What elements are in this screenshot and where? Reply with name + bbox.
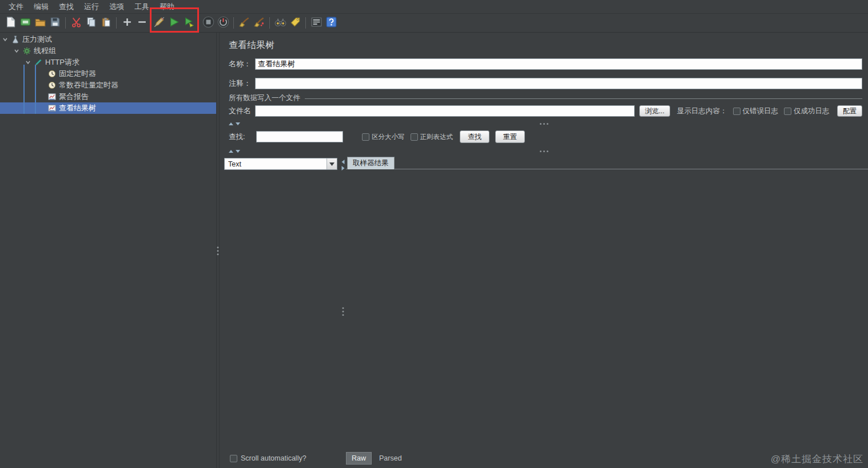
find-button[interactable]: 查找 <box>460 130 489 143</box>
tree-item-test-plan[interactable]: 压力测试 <box>0 34 216 45</box>
chevron-down-icon[interactable] <box>327 158 337 169</box>
watermark: @稀土掘金技术社区 <box>771 453 863 466</box>
new-file-icon <box>6 17 15 30</box>
function-helper-button[interactable] <box>288 15 302 31</box>
toolbar-separator <box>233 17 234 29</box>
reset-button[interactable]: 重置 <box>495 130 525 143</box>
menubar: 文件 编辑 查找 运行 选项 工具 帮助 <box>0 0 868 14</box>
new-file-button[interactable] <box>3 15 18 31</box>
open-button[interactable] <box>33 15 47 31</box>
tree-guide-line <box>35 65 36 114</box>
renderer-dropdown[interactable]: Text <box>224 158 337 170</box>
horizontal-splitter[interactable] <box>220 148 868 154</box>
shutdown-button[interactable] <box>216 15 230 31</box>
horizontal-splitter[interactable] <box>220 121 868 127</box>
tree-item-label: 聚合报告 <box>57 92 89 102</box>
regex-checkbox[interactable] <box>411 133 418 141</box>
search-label: 查找: <box>229 132 256 142</box>
viewer-splitter[interactable] <box>340 156 346 468</box>
tab-raw[interactable]: Raw <box>346 452 372 465</box>
expand-button[interactable] <box>120 15 134 31</box>
toolbar-separator <box>116 17 117 29</box>
tab-sampler-result[interactable]: 取样器结果 <box>347 157 395 169</box>
tree-item-view-results-tree[interactable]: 查看结果树 <box>0 102 216 114</box>
tree-item-aggregate-report[interactable]: 聚合报告 <box>0 91 216 102</box>
save-icon <box>50 17 60 29</box>
tree-item-label: 固定定时器 <box>57 69 96 79</box>
log-viewer-button[interactable] <box>309 15 324 31</box>
tree-item-constant-timer[interactable]: 固定定时器 <box>0 68 216 80</box>
errors-only-checkbox[interactable] <box>733 108 740 115</box>
tab-parsed[interactable]: Parsed <box>374 452 407 465</box>
splitter-handle[interactable] <box>540 123 548 125</box>
search-input[interactable] <box>256 131 343 142</box>
results-tree-pane: Text Scroll automatically? <box>220 156 340 468</box>
stop-button[interactable] <box>201 15 216 31</box>
menu-tools[interactable]: 工具 <box>129 0 154 14</box>
scroll-automatically-row: Scroll automatically? <box>230 454 306 462</box>
configure-button[interactable]: 配置 <box>837 105 862 117</box>
case-sensitive-checkbox[interactable] <box>362 133 369 141</box>
toggle-edit-icon <box>154 17 165 30</box>
menu-edit[interactable]: 编辑 <box>29 0 54 14</box>
help-button[interactable] <box>324 15 339 31</box>
chevron-down-icon[interactable] <box>11 46 22 56</box>
name-input[interactable] <box>255 58 862 70</box>
search-icon <box>274 17 286 29</box>
splitter-collapse-arrows[interactable] <box>342 160 345 170</box>
menu-help[interactable]: 帮助 <box>154 0 180 14</box>
tree-item-thread-group[interactable]: 线程组 <box>0 45 216 57</box>
templates-button[interactable] <box>18 15 33 31</box>
splitter-handle[interactable] <box>540 150 548 152</box>
file-section-label: 所有数据写入一个文件 <box>229 93 300 103</box>
scroll-automatically-checkbox[interactable] <box>230 455 237 462</box>
search-row: 查找: 区分大小写 正则表达式 查找 重置 <box>229 130 862 144</box>
menu-options[interactable]: 选项 <box>104 0 129 14</box>
clear-all-button[interactable] <box>252 15 266 31</box>
timer-icon <box>47 69 57 78</box>
scroll-automatically-label: Scroll automatically? <box>237 454 306 462</box>
filename-input[interactable] <box>255 105 635 117</box>
paste-icon <box>101 17 111 30</box>
success-only-checkbox[interactable] <box>784 108 791 115</box>
tree-item-http-request[interactable]: HTTP请求 <box>0 57 216 68</box>
splitter-handle[interactable] <box>217 247 219 255</box>
toolbar <box>0 14 868 33</box>
cut-button[interactable] <box>69 15 83 31</box>
menu-file[interactable]: 文件 <box>3 0 29 14</box>
collapse-button[interactable] <box>134 15 149 31</box>
clear-button[interactable] <box>237 15 252 31</box>
search-button[interactable] <box>273 15 288 31</box>
start-button[interactable] <box>166 15 181 31</box>
save-button[interactable] <box>47 15 62 31</box>
start-no-pauses-button[interactable] <box>181 15 196 31</box>
browse-button[interactable]: 浏览... <box>639 105 670 117</box>
start-no-pauses-icon <box>184 17 194 30</box>
file-row: 文件名 浏览... 显示日志内容： 仅错误日志 仅成功日志 配置 <box>229 105 862 117</box>
sampler-result-pane: 取样器结果 Raw Parsed <box>346 156 868 468</box>
file-section-title: 所有数据写入一个文件 <box>229 93 862 103</box>
case-sensitive-label: 区分大小写 <box>369 133 405 141</box>
clear-icon <box>239 17 250 30</box>
render-mode-tabs: Raw Parsed <box>346 452 407 465</box>
tree-item-throughput-timer[interactable]: 常数吞吐量定时器 <box>0 80 216 91</box>
copy-button[interactable] <box>83 15 98 31</box>
menu-run[interactable]: 运行 <box>79 0 104 14</box>
paste-button[interactable] <box>98 15 113 31</box>
splitter-collapse-arrows[interactable] <box>229 122 240 125</box>
minus-icon <box>137 17 147 29</box>
chevron-down-icon[interactable] <box>0 34 10 45</box>
toolbar-separator <box>65 17 66 29</box>
cut-icon <box>71 17 82 30</box>
clear-all-icon <box>254 17 265 30</box>
templates-icon <box>20 17 31 30</box>
listener-icon <box>47 104 57 113</box>
thread-group-icon <box>22 46 32 55</box>
splitter-handle[interactable] <box>343 307 344 316</box>
renderer-selected-value: Text <box>225 160 327 168</box>
splitter-collapse-arrows[interactable] <box>229 150 240 153</box>
results-viewer: Text Scroll automatically? 取样器结果 Raw <box>220 156 868 468</box>
menu-search[interactable]: 查找 <box>54 0 79 14</box>
toggle-edit-button[interactable] <box>152 15 166 31</box>
comment-input[interactable] <box>255 78 862 89</box>
